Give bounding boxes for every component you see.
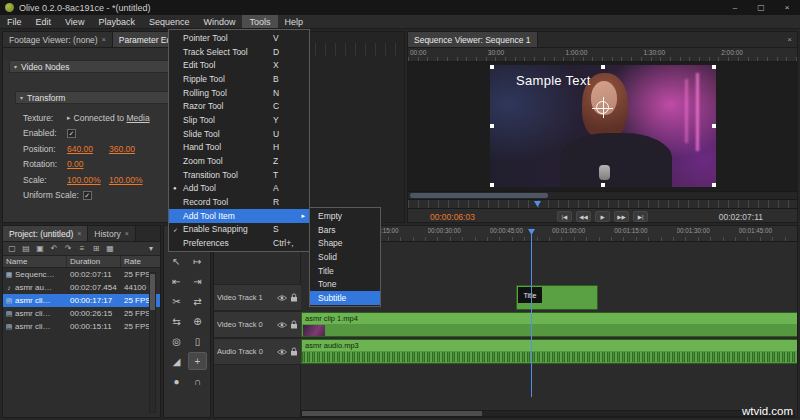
menubar-item[interactable]: File [0,15,29,28]
next-frame-button[interactable]: ▶▶ [614,211,629,222]
menubar-item[interactable]: Edit [29,15,59,28]
timeline-horizontal-scrollbar[interactable] [301,410,795,417]
menubar-item[interactable]: Tools [242,15,277,28]
ripple-tool-icon[interactable]: ⇤ [167,272,186,290]
selection-handle[interactable] [490,65,494,69]
add-tool-item-submenu-item[interactable]: Empty [310,209,380,223]
new-icon[interactable]: ▢ [5,243,19,255]
tools-menu-item[interactable]: Razor Tool C [169,99,309,113]
column-header-rate[interactable]: Rate [121,256,160,267]
tools-menu-item[interactable]: Slip Tool Y [169,113,309,127]
tab-sequence-viewer[interactable]: Sequence Viewer: Sequence 1 [408,32,538,47]
selection-handle[interactable] [490,124,494,128]
selection-handle[interactable] [601,65,605,69]
add-tool-icon[interactable]: + [188,352,207,370]
menubar-item[interactable]: Window [196,15,242,28]
viewer-ruler[interactable]: 00:0030:001:00:001:30:002:00:00 [408,48,797,62]
enabled-checkbox[interactable]: ✓ [67,129,76,138]
maximize-button[interactable]: ▢ [748,0,774,15]
tools-menu-item[interactable]: Zoom Tool Z [169,154,309,168]
zoom-tool-icon[interactable]: ◎ [167,332,186,350]
position-x-field[interactable]: 640.00 [67,144,109,154]
media-link[interactable]: Media [126,113,149,123]
project-scrollbar[interactable] [149,272,156,413]
eye-icon[interactable] [277,348,287,356]
rolling-tool-icon[interactable]: ⇥ [188,272,207,290]
hand-tool-icon[interactable]: ⊕ [188,312,207,330]
close-icon[interactable]: × [102,36,106,43]
transform-gizmo[interactable] [596,101,609,114]
prev-frame-button[interactable]: ◀◀ [576,211,591,222]
clip-asmr-clip-1[interactable]: asmr clip 1.mp4 [301,312,797,337]
project-media-row[interactable]: ▤ asmr cli… 00:00:26:15 25 FPS [3,307,160,320]
tools-menu-item[interactable]: ● Add Tool A [169,182,309,196]
video-preview[interactable]: Sample Text [490,65,716,187]
column-header-name[interactable]: Name [3,256,67,267]
close-icon[interactable]: × [77,230,81,237]
lock-icon[interactable] [290,347,298,356]
playhead-caret[interactable] [534,201,541,207]
edit-tool-icon[interactable]: ▯ [188,332,207,350]
play-button[interactable]: ▶ [595,211,610,222]
add-tool-item-submenu-item[interactable]: Subtitle [310,291,380,305]
undo-icon[interactable]: ↶ [47,243,61,255]
column-header-duration[interactable]: Duration [67,256,121,267]
go-to-start-button[interactable]: |◀ [557,211,572,222]
tools-menu-item[interactable]: Slide Tool U [169,127,309,141]
project-media-row[interactable]: ♪ asmr au… 00:02:07.454 44100 H [3,281,160,294]
lock-icon[interactable] [290,320,298,329]
selection-handle[interactable] [712,65,716,69]
eye-icon[interactable] [277,294,287,302]
tools-menu-item[interactable]: Pointer Tool V [169,31,309,45]
project-media-row[interactable]: ▤ asmr cli… 00:00:17:17 25 FPS [3,294,160,307]
tools-menu-item[interactable]: Transition Tool T [169,168,309,182]
record-tool-icon[interactable]: ● [167,372,186,390]
project-media-row[interactable]: ▦ Sequenc… 00:02:07:11 25 FPS [3,268,160,281]
selection-handle[interactable] [490,183,494,187]
tools-menu-item[interactable]: Edit Tool X [169,58,309,72]
eye-icon[interactable] [277,321,287,329]
list-view-icon[interactable]: ▦ [103,243,117,255]
tools-menu-item[interactable]: ✓ Enable Snapping S [169,223,309,237]
expander-icon[interactable]: ▸ [67,114,71,122]
uniform-scale-checkbox[interactable]: ✓ [83,191,92,200]
add-tool-item-submenu-item[interactable]: Tone [310,277,380,291]
selection-handle[interactable] [601,183,605,187]
menubar-item[interactable]: Help [278,15,311,28]
tab-footage-viewer[interactable]: Footage Viewer: (none) × [3,32,113,47]
timeline-playhead[interactable] [531,229,532,397]
selection-handle[interactable] [712,183,716,187]
tools-menu-item[interactable]: Track Select Tool D [169,45,309,59]
go-to-end-button[interactable]: ▶| [633,211,648,222]
tools-menu-item[interactable]: Add Tool Item ▸ [169,209,309,223]
tools-menu-item[interactable]: Ripple Tool B [169,72,309,86]
add-tool-item-submenu-item[interactable]: Shape [310,236,380,250]
add-tool-item-submenu-item[interactable]: Bars [310,223,380,237]
slip-tool-icon[interactable]: ⇄ [188,292,207,310]
track-select-tool-icon[interactable]: ↦ [188,252,207,270]
tree-view-icon[interactable]: ≡ [75,243,89,255]
icon-view-icon[interactable]: ⊞ [89,243,103,255]
transition-tool-icon[interactable]: ◢ [167,352,186,370]
view-menu-icon[interactable]: ▾ [144,243,158,255]
clip-title[interactable]: Title [516,285,598,310]
tools-menu-item[interactable]: Hand Tool H [169,141,309,155]
tab-history[interactable]: History × [88,226,136,241]
open-icon[interactable]: ▤ [19,243,33,255]
redo-icon[interactable]: ↷ [61,243,75,255]
track-header-audio-0[interactable]: Audio Track 0 [214,338,301,365]
menubar-item[interactable]: Sequence [142,15,197,28]
tools-menu-item[interactable]: Record Tool R [169,195,309,209]
clip-asmr-audio[interactable]: asmr audio.mp3 [301,339,797,364]
track-header-video-0[interactable]: Video Track 0 [214,311,301,338]
tools-menu-item[interactable]: Rolling Tool N [169,86,309,100]
viewer-current-timecode[interactable]: 00:00:06:03 [430,212,475,222]
viewer-mini-ruler[interactable] [408,199,797,208]
close-icon[interactable]: × [125,230,129,237]
menubar-item[interactable]: View [58,15,91,28]
track-header-video-1[interactable]: Video Track 1 [214,284,301,311]
razor-tool-icon[interactable]: ✂ [167,292,186,310]
tab-project[interactable]: Project: (untitled) × [3,226,88,241]
save-icon[interactable]: ▣ [33,243,47,255]
scale-x-field[interactable]: 100.00% [67,175,109,185]
